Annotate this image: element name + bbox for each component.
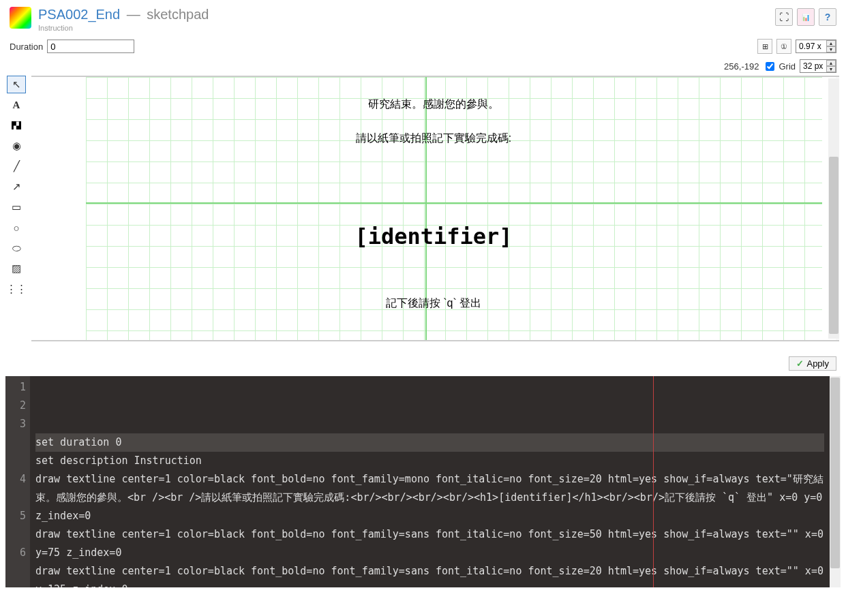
select-view-button[interactable]: 📊 [797, 8, 815, 26]
tool-image[interactable]: ▞ [7, 117, 26, 134]
canvas-scroll-thumb[interactable] [829, 157, 839, 334]
tool-fixdot[interactable]: ◉ [7, 137, 26, 155]
item-name: PSA002_End [38, 7, 120, 22]
help-icon: ? [825, 12, 831, 22]
noise-icon: ▨ [12, 262, 21, 275]
grid-label: Grid [779, 61, 796, 72]
grid-checkbox[interactable] [766, 62, 774, 71]
tool-arrow[interactable]: ↗ [7, 178, 26, 196]
onetoone-button[interactable]: ① [776, 39, 791, 54]
code-gutter: 123456 [5, 376, 30, 587]
status-row: 256,-192 Grid ▲ ▼ [0, 59, 846, 76]
tool-text[interactable]: A [7, 96, 26, 114]
xy-icon: 📊 [802, 14, 810, 21]
apply-button[interactable]: ✓ Apply [789, 356, 836, 371]
item-type: sketchpad [147, 7, 209, 22]
zoom-up[interactable]: ▲ [826, 40, 836, 46]
code-ruler [653, 376, 654, 587]
tool-noise[interactable]: ▨ [7, 260, 26, 277]
zoom-down[interactable]: ▼ [826, 46, 836, 52]
fit-icon: ⊞ [762, 42, 768, 51]
tool-gabor[interactable]: ⋮⋮ [7, 280, 26, 298]
item-description: Instruction [38, 24, 775, 32]
tool-line[interactable]: ╱ [7, 157, 26, 175]
canvas-text-4[interactable]: 記下後請按 `q` 登出 [31, 296, 836, 311]
text-icon: A [13, 99, 20, 111]
zoom-spinner[interactable]: ▲ ▼ [796, 40, 836, 53]
fullscreen-icon: ⛶ [779, 12, 789, 22]
code-line[interactable]: set description Instruction [35, 452, 824, 470]
header-buttons: ⛶ 📊 ? [775, 8, 836, 26]
toolbar-right: ⊞ ① ▲ ▼ [757, 39, 836, 54]
rect-icon: ▭ [12, 201, 21, 213]
gutter-line: 3 [5, 415, 26, 433]
tool-palette: ↖A▞◉╱↗▭○⬭▨⋮⋮ [7, 76, 27, 341]
gridsize-up[interactable]: ▲ [826, 60, 836, 66]
check-icon: ✓ [796, 358, 804, 369]
gutter-line [5, 525, 26, 544]
canvas-text-1[interactable]: 研究結束。感謝您的參與。 [31, 97, 836, 112]
gutter-line: 5 [5, 507, 26, 525]
duration-label: Duration [10, 42, 43, 52]
gutter-line [5, 489, 26, 507]
circle-icon: ○ [13, 222, 19, 234]
canvas-text-identifier[interactable]: [identifier] [31, 224, 836, 249]
gutter-line [5, 433, 26, 452]
fixdot-icon: ◉ [12, 140, 21, 152]
apply-label: Apply [806, 358, 829, 369]
title-block: PSA002_End — sketchpad Instruction [38, 7, 775, 32]
tool-rect[interactable]: ▭ [7, 198, 26, 216]
fit-button[interactable]: ⊞ [757, 39, 772, 54]
canvas-scrollbar[interactable] [828, 78, 839, 339]
code-scrollbar[interactable] [830, 376, 841, 587]
tool-pointer[interactable]: ↖ [7, 76, 26, 93]
gridsize-down[interactable]: ▼ [826, 66, 836, 72]
code-line[interactable]: draw textline center=1 color=black font_… [35, 562, 824, 587]
code-body[interactable]: set duration 0set description Instructio… [30, 376, 830, 587]
code-line[interactable]: draw textline center=1 color=black font_… [35, 525, 824, 562]
onetoone-icon: ① [781, 42, 787, 51]
canvas-area: ↖A▞◉╱↗▭○⬭▨⋮⋮ 研究結束。感謝您的參與。 請以紙筆或拍照記下實驗完成碼… [0, 76, 846, 341]
gridsize-spinner[interactable]: ▲ ▼ [800, 59, 836, 73]
toolbar: Duration ⊞ ① ▲ ▼ [0, 36, 846, 59]
title-line: PSA002_End — sketchpad [38, 7, 775, 22]
gutter-line: 2 [5, 397, 26, 415]
code-line[interactable]: draw textline center=1 color=black font_… [35, 470, 824, 525]
canvas-text-2[interactable]: 請以紙筆或拍照記下實驗完成碼: [31, 132, 836, 146]
app-logo [10, 7, 31, 29]
arrow-icon: ↗ [12, 181, 21, 193]
header: PSA002_End — sketchpad Instruction ⛶ 📊 ? [0, 0, 846, 36]
toolbar-left: Duration [10, 40, 134, 53]
gabor-icon: ⋮⋮ [6, 283, 27, 295]
canvas-wrap: 研究結束。感謝您的參與。 請以紙筆或拍照記下實驗完成碼: [identifier… [31, 76, 839, 341]
gutter-line: 1 [5, 378, 26, 397]
pointer-icon: ↖ [12, 78, 21, 91]
sketchpad-canvas[interactable]: 研究結束。感謝您的參與。 請以紙筆或拍照記下實驗完成碼: [identifier… [31, 77, 836, 341]
cursor-coords: 256,-192 [724, 61, 759, 72]
image-icon: ▞ [12, 121, 21, 129]
title-separator: — [127, 7, 140, 22]
gutter-line [5, 452, 26, 470]
apply-row: ✓ Apply [0, 341, 846, 376]
help-button[interactable]: ? [819, 8, 836, 26]
ellipse-icon: ⬭ [12, 242, 21, 254]
line-icon: ╱ [14, 160, 20, 172]
code-scroll-thumb[interactable] [830, 378, 840, 568]
tool-ellipse[interactable]: ⬭ [7, 239, 26, 257]
duration-input[interactable] [47, 40, 134, 53]
code-line[interactable]: set duration 0 [35, 433, 824, 452]
script-editor[interactable]: 123456 set duration 0set description Ins… [5, 376, 841, 587]
gutter-line: 4 [5, 470, 26, 489]
gutter-line: 6 [5, 544, 26, 562]
tool-circle[interactable]: ○ [7, 219, 26, 236]
axis-horizontal [86, 202, 822, 204]
fullscreen-button[interactable]: ⛶ [775, 8, 793, 26]
